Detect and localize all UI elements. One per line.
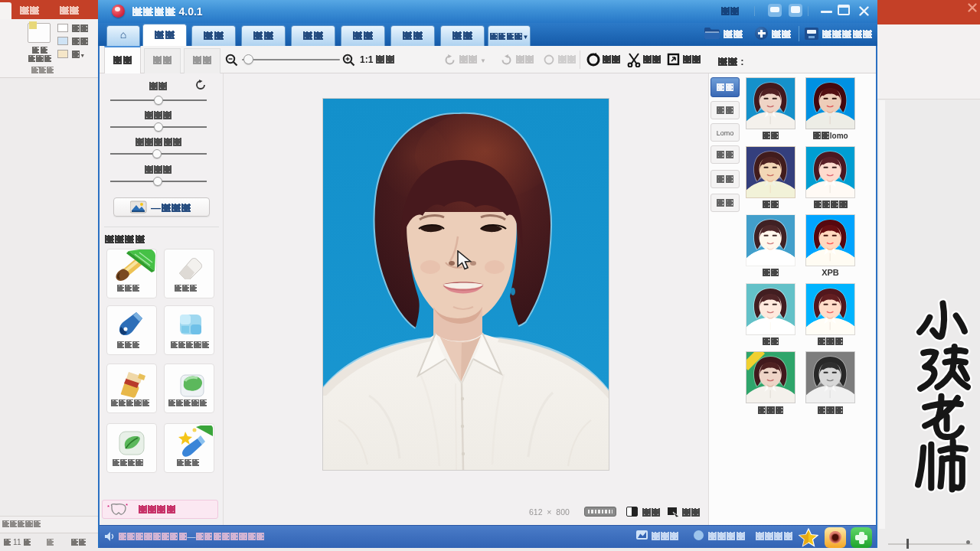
svg-text:*: * [107, 504, 109, 510]
svg-text:*: * [126, 503, 128, 509]
